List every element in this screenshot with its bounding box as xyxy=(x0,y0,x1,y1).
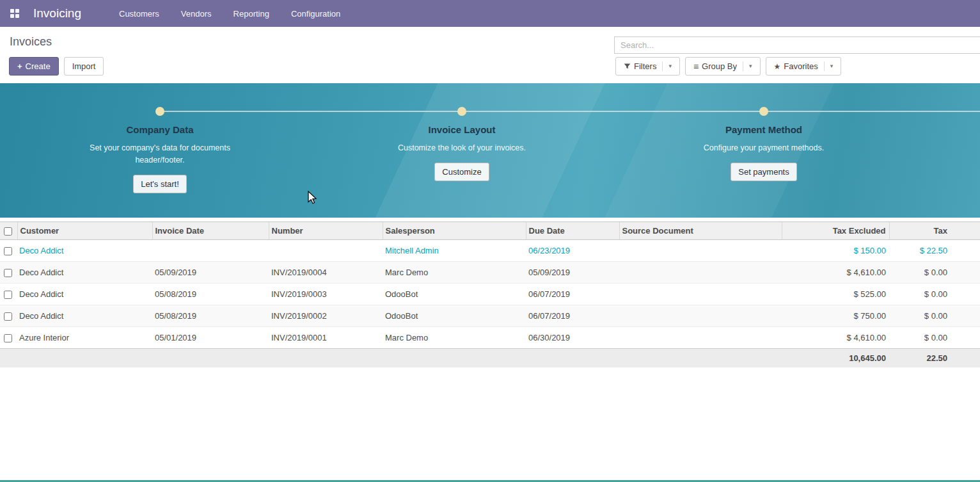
group-by-icon: ≡ xyxy=(693,62,699,71)
row-checkbox[interactable] xyxy=(4,312,12,321)
create-button-label: Create xyxy=(26,61,51,72)
step-dot-payment-method xyxy=(759,107,768,116)
create-button[interactable]: + Create xyxy=(9,57,59,76)
cell-tax: $ 0.00 xyxy=(889,284,980,305)
row-checkbox[interactable] xyxy=(4,334,12,342)
invoicing-page: Invoicing Customers Vendors Reporting Co… xyxy=(0,0,980,482)
cell-number: INV/2019/0002 xyxy=(269,305,383,327)
cell-customer: Deco Addict xyxy=(17,305,152,327)
step-description: Configure your payment methods. xyxy=(690,142,838,154)
filters-label: Filters xyxy=(634,61,656,72)
import-button[interactable]: Import xyxy=(64,57,104,76)
cell-source-document xyxy=(619,305,782,327)
cell-tax-excluded: $ 4,610.00 xyxy=(782,262,889,284)
total-tax-excluded: 10,645.00 xyxy=(782,349,889,368)
cell-customer: Deco Addict xyxy=(17,262,152,284)
cell-due-date: 06/07/2019 xyxy=(526,305,619,327)
onboarding-step-company-data: Company Data Set your company's data for… xyxy=(9,124,311,193)
cell-invoice-date: 05/09/2019 xyxy=(152,262,269,284)
table-row[interactable]: Deco Addict 05/08/2019 INV/2019/0003 Odo… xyxy=(0,284,980,305)
row-checkbox[interactable] xyxy=(4,247,12,255)
cell-salesperson: Marc Demo xyxy=(383,262,526,284)
menu-vendors[interactable]: Vendors xyxy=(170,0,223,27)
row-checkbox-cell xyxy=(0,262,17,284)
cell-salesperson: Marc Demo xyxy=(383,327,526,349)
invoices-table: Customer Invoice Date Number Salesperson… xyxy=(0,221,980,367)
step-title: Payment Method xyxy=(613,124,915,135)
cell-invoice-date xyxy=(152,240,269,262)
cell-due-date: 06/30/2019 xyxy=(526,327,619,349)
step-dot-company-data xyxy=(155,107,164,116)
group-by-button[interactable]: ≡ Group By ▾ xyxy=(685,57,761,76)
table-row[interactable]: Deco Addict Mitchell Admin 06/23/2019 $ … xyxy=(0,240,980,262)
totals-spacer xyxy=(0,349,782,368)
total-tax: 22.50 xyxy=(889,349,980,368)
apps-menu-icon[interactable] xyxy=(0,0,29,27)
step-dot-invoice-layout xyxy=(457,107,466,116)
search-input[interactable] xyxy=(614,36,980,54)
step-title: Company Data xyxy=(9,124,311,135)
step-description: Set your company's data for documents he… xyxy=(86,142,234,166)
cell-number: INV/2019/0004 xyxy=(269,262,383,284)
row-checkbox[interactable] xyxy=(4,269,12,277)
onboarding-banner: Company Data Set your company's data for… xyxy=(0,83,980,218)
cell-source-document xyxy=(619,284,782,305)
row-checkbox-cell xyxy=(0,327,17,349)
menu-configuration[interactable]: Configuration xyxy=(280,0,351,27)
row-checkbox-cell xyxy=(0,240,17,262)
control-panel: Invoices + Create Import Filters ▾ ≡ xyxy=(0,27,980,83)
filter-funnel-icon xyxy=(624,63,631,70)
row-checkbox[interactable] xyxy=(4,291,12,299)
header-salesperson[interactable]: Salesperson xyxy=(383,222,526,240)
header-source-document[interactable]: Source Document xyxy=(619,222,782,240)
table-row[interactable]: Deco Addict 05/09/2019 INV/2019/0004 Mar… xyxy=(0,262,980,284)
cell-number: INV/2019/0001 xyxy=(269,327,383,349)
onboarding-step-invoice-layout: Invoice Layout Customize the look of you… xyxy=(311,124,613,181)
button-divider xyxy=(662,61,663,71)
favorites-button[interactable]: ★ Favorites ▾ xyxy=(766,57,842,76)
totals-row: 10,645.00 22.50 xyxy=(0,349,980,368)
button-divider xyxy=(743,61,743,71)
cell-source-document xyxy=(619,262,782,284)
cell-customer: Deco Addict xyxy=(17,284,152,305)
table-row[interactable]: Azure Interior 05/01/2019 INV/2019/0001 … xyxy=(0,327,980,349)
cell-invoice-date: 05/08/2019 xyxy=(152,284,269,305)
customize-button[interactable]: Customize xyxy=(434,163,489,181)
plus-icon: + xyxy=(17,61,22,72)
cell-tax: $ 22.50 xyxy=(889,240,980,262)
cell-tax: $ 0.00 xyxy=(889,262,980,284)
table-row[interactable]: Deco Addict 05/08/2019 INV/2019/0002 Odo… xyxy=(0,305,980,327)
cell-tax: $ 0.00 xyxy=(889,327,980,349)
menu-customers[interactable]: Customers xyxy=(108,0,170,27)
main-menu: Customers Vendors Reporting Configuratio… xyxy=(108,0,351,27)
filters-button[interactable]: Filters ▾ xyxy=(615,57,680,76)
onboarding-step-payment-method: Payment Method Configure your payment me… xyxy=(613,124,915,181)
lets-start-button[interactable]: Let's start! xyxy=(133,175,187,193)
set-payments-button[interactable]: Set payments xyxy=(731,163,797,181)
header-customer[interactable]: Customer xyxy=(17,222,152,240)
menu-reporting[interactable]: Reporting xyxy=(223,0,280,27)
app-brand[interactable]: Invoicing xyxy=(33,6,81,20)
header-invoice-date[interactable]: Invoice Date xyxy=(152,222,269,240)
grid-icon xyxy=(10,9,19,18)
cell-due-date: 05/09/2019 xyxy=(526,262,619,284)
select-all-checkbox[interactable] xyxy=(4,227,12,236)
step-progress-line xyxy=(160,111,980,112)
cell-due-date: 06/07/2019 xyxy=(526,284,619,305)
chevron-down-icon: ▾ xyxy=(668,63,672,69)
header-tax[interactable]: Tax xyxy=(889,222,980,240)
top-navbar: Invoicing Customers Vendors Reporting Co… xyxy=(0,0,980,27)
cell-salesperson: OdooBot xyxy=(383,305,526,327)
row-checkbox-cell xyxy=(0,305,17,327)
star-icon: ★ xyxy=(774,63,781,70)
cell-number: INV/2019/0003 xyxy=(269,284,383,305)
header-due-date[interactable]: Due Date xyxy=(526,222,619,240)
cell-salesperson: OdooBot xyxy=(383,284,526,305)
header-number[interactable]: Number xyxy=(269,222,383,240)
cell-source-document xyxy=(619,240,782,262)
cell-invoice-date: 05/08/2019 xyxy=(152,305,269,327)
header-tax-excluded[interactable]: Tax Excluded xyxy=(782,222,889,240)
cell-tax-excluded: $ 4,610.00 xyxy=(782,327,889,349)
cell-tax-excluded: $ 750.00 xyxy=(782,305,889,327)
action-buttons: + Create Import xyxy=(9,57,104,76)
